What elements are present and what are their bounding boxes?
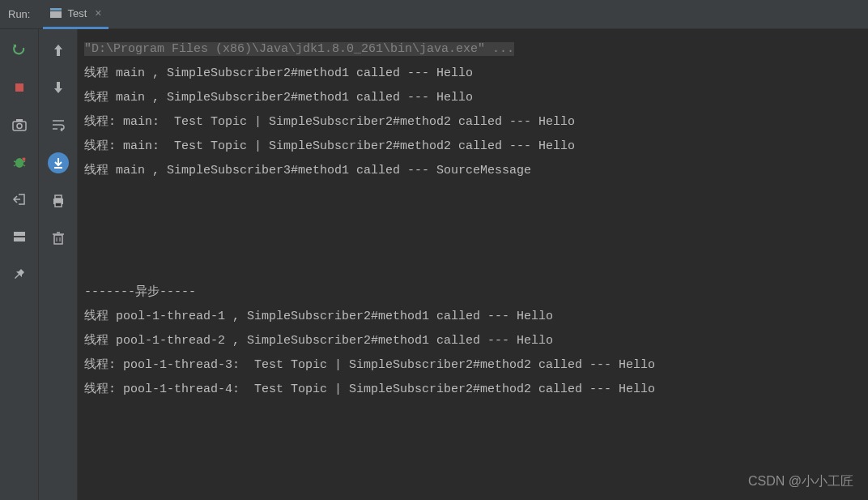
console-line: 线程 main , SimpleSubscriber3#method1 call… bbox=[84, 159, 862, 183]
svg-rect-11 bbox=[14, 232, 25, 236]
svg-rect-5 bbox=[16, 119, 23, 122]
svg-rect-1 bbox=[50, 11, 62, 18]
svg-rect-20 bbox=[54, 235, 62, 244]
console-line: 线程 pool-1-thread-1 , SimpleSubscriber2#m… bbox=[84, 305, 862, 329]
console-line: 线程: pool-1-thread-3: Test Topic | Simple… bbox=[84, 353, 862, 378]
application-icon bbox=[49, 6, 62, 19]
svg-line-8 bbox=[23, 161, 25, 162]
svg-rect-19 bbox=[55, 203, 62, 207]
trash-icon[interactable] bbox=[49, 229, 68, 248]
tab-test[interactable]: Test × bbox=[43, 0, 108, 29]
layout-icon[interactable] bbox=[10, 227, 29, 246]
console-line bbox=[84, 207, 862, 232]
svg-line-10 bbox=[23, 165, 25, 166]
toolbar-left bbox=[0, 29, 39, 500]
console-line: 线程: main: Test Topic | SimpleSubscriber2… bbox=[84, 135, 862, 159]
scroll-to-end-button[interactable] bbox=[48, 152, 69, 173]
console-line: 线程 main , SimpleSubscriber2#method1 call… bbox=[84, 86, 862, 110]
run-panel-body: "D:\Program Files (x86)\Java\jdk1.8.0_26… bbox=[0, 29, 868, 500]
rerun-button[interactable] bbox=[10, 41, 29, 60]
console-line: 线程: pool-1-thread-4: Test Topic | Simple… bbox=[84, 378, 862, 402]
run-label: Run: bbox=[8, 8, 30, 20]
console-line: 线程: main: Test Topic | SimpleSubscriber2… bbox=[84, 110, 862, 135]
wrap-icon[interactable] bbox=[49, 115, 68, 135]
pin-icon[interactable] bbox=[10, 264, 29, 284]
exit-icon[interactable] bbox=[10, 190, 29, 209]
svg-rect-18 bbox=[55, 195, 62, 199]
svg-line-9 bbox=[14, 165, 16, 166]
svg-rect-0 bbox=[50, 8, 62, 11]
svg-rect-3 bbox=[13, 122, 26, 130]
watermark: CSDN @小小工匠 bbox=[748, 473, 853, 490]
console-output[interactable]: "D:\Program Files (x86)\Java\jdk1.8.0_26… bbox=[78, 29, 868, 500]
down-arrow-icon[interactable] bbox=[49, 78, 68, 97]
bug-icon[interactable] bbox=[10, 152, 29, 172]
close-icon[interactable]: × bbox=[95, 6, 101, 19]
toolbar-secondary bbox=[39, 29, 78, 500]
stop-button[interactable] bbox=[10, 78, 29, 97]
svg-point-4 bbox=[17, 124, 22, 129]
console-line bbox=[84, 232, 862, 256]
svg-rect-2 bbox=[15, 83, 23, 92]
run-tool-header: Run: Test × bbox=[0, 0, 868, 29]
tab-label: Test bbox=[67, 7, 87, 19]
svg-rect-12 bbox=[14, 237, 25, 241]
console-line: 线程 main , SimpleSubscriber2#method1 call… bbox=[84, 62, 862, 86]
up-arrow-icon[interactable] bbox=[49, 41, 68, 60]
svg-point-6 bbox=[15, 158, 23, 168]
console-line: 线程 pool-1-thread-2 , SimpleSubscriber2#m… bbox=[84, 329, 862, 353]
svg-line-7 bbox=[14, 161, 16, 162]
console-line bbox=[84, 183, 862, 207]
console-command: "D:\Program Files (x86)\Java\jdk1.8.0_26… bbox=[84, 42, 514, 56]
camera-icon[interactable] bbox=[10, 115, 29, 135]
print-icon[interactable] bbox=[49, 191, 68, 211]
console-line bbox=[84, 256, 862, 280]
console-line: -------异步----- bbox=[84, 280, 862, 305]
